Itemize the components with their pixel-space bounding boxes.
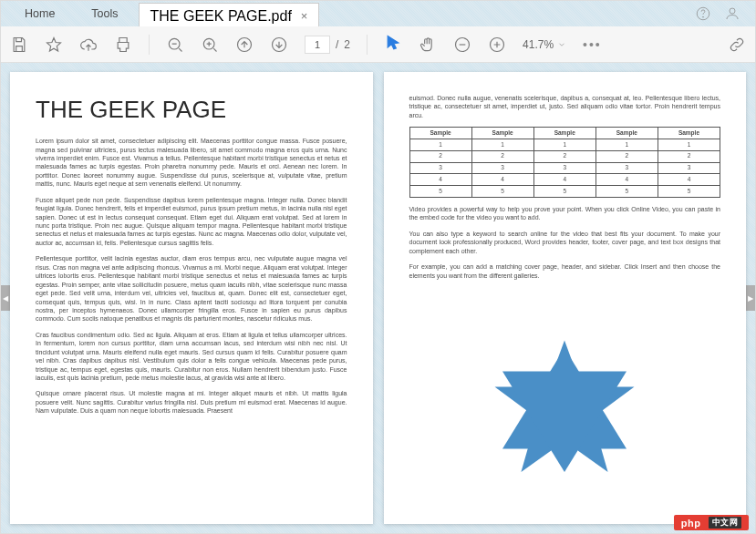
chevron-down-icon: [557, 40, 566, 49]
prev-page-arrow[interactable]: ◀: [1, 285, 10, 311]
page-up-icon[interactable]: [235, 36, 254, 54]
tab-home[interactable]: Home: [8, 3, 71, 25]
document-viewport: ◀ ▶ THE GEEK PAGE Lorem ipsum dolor sit …: [1, 63, 755, 533]
svg-point-1: [703, 16, 704, 17]
tab-document-label: THE GEEK PAGE.pdf: [150, 8, 292, 25]
star-icon[interactable]: [45, 36, 63, 54]
page-sep: /: [336, 38, 338, 51]
share-link-icon[interactable]: [728, 36, 746, 54]
zoom-in-icon[interactable]: [201, 36, 219, 54]
separator: [367, 35, 368, 55]
svg-point-2: [730, 8, 735, 14]
badge-cn: 中文网: [709, 517, 742, 529]
table-header: Sample: [409, 128, 471, 139]
separator: [149, 35, 150, 55]
zoom-value: 41.7%: [523, 38, 554, 51]
sample-table: SampleSampleSampleSampleSample 111112222…: [409, 127, 721, 198]
next-page-arrow[interactable]: ▶: [746, 285, 755, 311]
app-window: Home Tools THE GEEK PAGE.pdf × / 2: [0, 0, 756, 534]
table-header: Sample: [471, 128, 533, 139]
table-row: 11111: [409, 139, 720, 151]
paragraph: Video provides a powerful way to help yo…: [409, 205, 721, 222]
more-tools-icon[interactable]: •••: [583, 37, 602, 52]
zoom-out-icon[interactable]: [166, 36, 184, 54]
tab-tools[interactable]: Tools: [75, 3, 134, 25]
paragraph: Cras faucibus condimentum odio. Sed ac l…: [36, 331, 347, 383]
zoom-plus-icon[interactable]: [488, 36, 506, 54]
close-icon[interactable]: ×: [301, 9, 308, 23]
table-row: 22222: [409, 150, 720, 162]
table-header: Sample: [658, 128, 720, 139]
table-row: 44444: [409, 174, 720, 186]
paragraph: Fusce aliquet pede non pede. Suspendisse…: [36, 196, 347, 248]
page-down-icon[interactable]: [270, 36, 288, 54]
page-total: 2: [344, 38, 350, 51]
page-indicator: / 2: [305, 36, 350, 54]
paragraph: You can also type a keyword to search on…: [409, 230, 721, 255]
zoom-minus-icon[interactable]: [453, 36, 471, 54]
paragraph: Lorem ipsum dolor sit amet, consectetuer…: [36, 137, 347, 189]
paragraph: Quisque ornare placerat risus. Ut molest…: [36, 389, 347, 415]
table-row: 33333: [409, 162, 720, 174]
print-icon[interactable]: [114, 36, 132, 54]
pdf-page-1: THE GEEK PAGE Lorem ipsum dolor sit amet…: [10, 72, 373, 524]
paragraph: Pellentesque porttitor, velit lacinia eg…: [36, 254, 347, 323]
toolbar: / 2 41.7% •••: [1, 26, 755, 63]
select-tool-icon[interactable]: [384, 34, 402, 56]
table-header: Sample: [533, 128, 595, 139]
watermark-badge: php 中文网: [674, 515, 749, 530]
badge-php: php: [681, 518, 701, 529]
page-current-input[interactable]: [305, 36, 330, 54]
save-icon[interactable]: [10, 36, 28, 54]
paragraph: For example, you can add a matching cove…: [409, 262, 721, 280]
table-header: Sample: [595, 128, 658, 139]
upload-cloud-icon[interactable]: [79, 36, 98, 54]
zoom-dropdown[interactable]: 41.7%: [523, 38, 566, 51]
paragraph: euismod. Donec nulla augue, venenatis sc…: [409, 94, 721, 119]
tab-bar: Home Tools THE GEEK PAGE.pdf ×: [1, 1, 755, 26]
tabbar-right: [695, 5, 748, 22]
signin-icon[interactable]: [724, 5, 740, 22]
pdf-page-2: euismod. Donec nulla augue, venenatis sc…: [384, 72, 747, 524]
hand-tool-icon[interactable]: [419, 36, 437, 54]
tab-document[interactable]: THE GEEK PAGE.pdf ×: [139, 3, 320, 28]
table-row: 55555: [409, 186, 720, 198]
star-shape: [487, 333, 642, 488]
help-icon[interactable]: [695, 5, 711, 22]
page-title: THE GEEK PAGE: [36, 94, 347, 126]
